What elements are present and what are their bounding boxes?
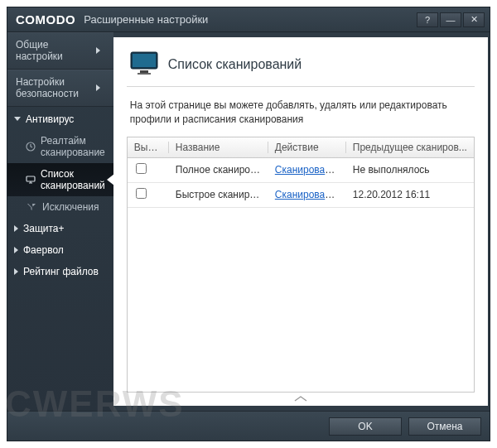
scan-profiles-table: Выбр... Название Действие Предыдущее ска… xyxy=(127,137,475,393)
sidebar-group-label: Рейтинг файлов xyxy=(23,266,99,277)
table-row[interactable]: Полное сканиров... Сканирование Не выпол… xyxy=(128,158,474,183)
window-title: Расширенные настройки xyxy=(84,13,208,26)
sidebar-item-label: Исключения xyxy=(42,201,99,213)
titlebar: COMODO Расширенные настройки ? — ✕ xyxy=(7,7,490,32)
cell-previous: Не выполнялось xyxy=(346,164,474,176)
column-header-select[interactable]: Выбр... xyxy=(128,142,169,153)
sidebar-section-label: Общие настройки xyxy=(16,39,96,63)
cancel-button[interactable]: Отмена xyxy=(408,417,481,436)
svg-rect-3 xyxy=(133,54,156,67)
cell-name: Быстрое сканиро... xyxy=(169,189,268,200)
sidebar-section-security[interactable]: Настройки безопасности xyxy=(7,70,113,107)
sidebar-item-realtime-scan[interactable]: Реалтайм сканирование xyxy=(7,130,113,163)
chevron-right-icon xyxy=(96,47,100,54)
column-header-name[interactable]: Название xyxy=(169,142,268,153)
svg-rect-5 xyxy=(138,73,151,75)
monitor-icon xyxy=(130,51,158,78)
sidebar-group-antivirus[interactable]: Антивирус xyxy=(7,108,113,130)
page-description: На этой странице вы можете добавлять, уд… xyxy=(113,87,488,137)
main-panel: Список сканирований На этой странице вы … xyxy=(113,37,488,406)
cell-previous: 12.20.2012 16:11 xyxy=(346,189,474,200)
sidebar-section-general[interactable]: Общие настройки xyxy=(7,32,113,70)
sidebar-group-defense-plus[interactable]: Защита+ xyxy=(7,218,113,239)
scan-action-link[interactable]: Сканирование xyxy=(275,164,341,176)
scan-action-link[interactable]: Сканирование xyxy=(275,189,341,200)
funnel-icon xyxy=(26,202,37,212)
sidebar-item-label: Реалтайм сканирование xyxy=(41,135,107,158)
sidebar-item-label: Список сканирований xyxy=(41,168,107,191)
sidebar-group-label: Фаервол xyxy=(23,244,64,256)
table-row[interactable]: Быстрое сканиро... Сканирование 12.20.20… xyxy=(128,183,474,208)
sidebar-group-file-rating[interactable]: Рейтинг файлов xyxy=(7,261,113,282)
column-header-previous[interactable]: Предыдущее сканиров... xyxy=(346,142,474,153)
clock-icon xyxy=(26,142,36,152)
brand-logo: COMODO xyxy=(16,12,75,26)
ok-button[interactable]: OK xyxy=(329,417,402,436)
svg-rect-1 xyxy=(27,176,35,181)
column-header-action[interactable]: Действие xyxy=(268,142,346,153)
expand-toggle[interactable] xyxy=(113,393,488,406)
help-button[interactable]: ? xyxy=(417,12,438,27)
sidebar-group-firewall[interactable]: Фаервол xyxy=(7,239,113,261)
app-window: COMODO Расширенные настройки ? — ✕ Общие… xyxy=(7,7,490,441)
sidebar-group-label: Антивирус xyxy=(26,113,74,125)
chevron-down-icon xyxy=(14,117,21,121)
chevron-right-icon xyxy=(96,84,100,91)
svg-rect-4 xyxy=(140,70,148,73)
cell-name: Полное сканиров... xyxy=(169,164,268,176)
sidebar-item-exclusions[interactable]: Исключения xyxy=(7,196,113,218)
monitor-icon xyxy=(26,175,36,185)
sidebar-group-label: Защита+ xyxy=(23,223,65,234)
sidebar: Общие настройки Настройки безопасности А… xyxy=(7,32,113,411)
table-header: Выбр... Название Действие Предыдущее ска… xyxy=(128,137,474,158)
row-select-checkbox[interactable] xyxy=(136,188,147,199)
chevron-right-icon xyxy=(14,247,18,253)
footer: OK Отмена xyxy=(7,411,490,441)
page-title: Список сканирований xyxy=(168,57,302,72)
row-select-checkbox[interactable] xyxy=(136,163,147,174)
chevron-right-icon xyxy=(14,268,18,275)
sidebar-section-label: Настройки безопасности xyxy=(16,76,96,100)
sidebar-item-scan-list[interactable]: Список сканирований xyxy=(7,163,113,196)
minimize-button[interactable]: — xyxy=(440,12,461,27)
chevron-right-icon xyxy=(14,225,18,232)
close-button[interactable]: ✕ xyxy=(463,12,485,27)
